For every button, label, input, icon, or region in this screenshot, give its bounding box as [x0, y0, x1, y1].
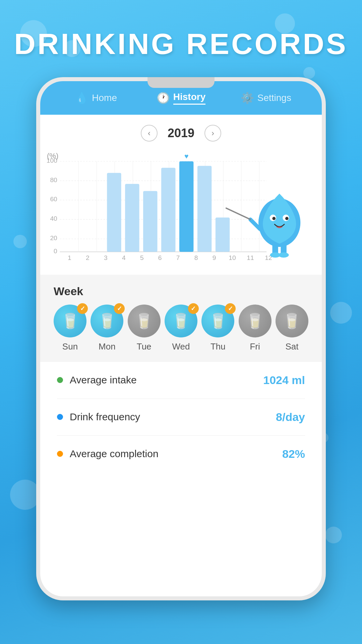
history-icon: 🕐 — [157, 92, 170, 104]
svg-text:60: 60 — [50, 196, 57, 203]
day-circle-fri: 🥛 — [239, 305, 272, 337]
year-selector: ‹ 2019 › — [40, 115, 322, 148]
week-section: Week 🥛 ✓ Sun 🥛 ✓ Mon — [40, 275, 322, 362]
checkmark-wed: ✓ — [188, 303, 199, 314]
svg-text:0: 0 — [54, 248, 57, 255]
title-section: DRINKING RECORDS — [0, 0, 362, 74]
phone-inner: 💧 Home 🕐 History ⚙️ Settings ‹ 2019 › (%… — [40, 81, 322, 596]
stat-avg-completion-value: 82% — [282, 447, 305, 461]
nav-history[interactable]: 🕐 History — [138, 92, 223, 105]
svg-text:8: 8 — [194, 254, 198, 261]
day-label-sat: Sat — [285, 341, 298, 352]
day-circle-sat: 🥛 — [276, 305, 308, 337]
nav-settings[interactable]: ⚙️ Settings — [224, 92, 308, 104]
day-label-wed: Wed — [172, 341, 190, 352]
svg-text:9: 9 — [213, 254, 216, 261]
day-sun: 🥛 ✓ Sun — [54, 305, 86, 352]
day-label-thu: Thu — [210, 341, 226, 352]
day-label-fri: Fri — [250, 341, 260, 352]
prev-year-button[interactable]: ‹ — [141, 125, 158, 142]
chart-y-label: (%) — [47, 152, 58, 160]
stat-drink-freq-label: Drink frequency — [70, 411, 140, 423]
svg-text:4: 4 — [122, 254, 126, 261]
day-label-mon: Mon — [99, 341, 116, 352]
phone-frame: 💧 Home 🕐 History ⚙️ Settings ‹ 2019 › (%… — [36, 77, 326, 600]
day-circle-thu: 🥛 ✓ — [201, 305, 234, 337]
svg-text:♥: ♥ — [184, 152, 189, 160]
day-circle-wed: 🥛 ✓ — [165, 305, 197, 337]
svg-text:20: 20 — [50, 234, 57, 241]
svg-text:2: 2 — [86, 254, 89, 261]
svg-text:1: 1 — [68, 254, 71, 261]
svg-rect-26 — [161, 168, 175, 252]
day-circle-mon: 🥛 ✓ — [90, 305, 123, 337]
svg-rect-27 — [179, 161, 193, 252]
nav-home-label: Home — [92, 93, 117, 103]
home-icon: 💧 — [75, 92, 88, 104]
svg-point-46 — [272, 217, 276, 220]
dot-drink-freq — [57, 414, 63, 420]
week-days: 🥛 ✓ Sun 🥛 ✓ Mon 🥛 — [54, 305, 308, 352]
svg-text:80: 80 — [50, 176, 57, 183]
svg-text:40: 40 — [50, 215, 57, 222]
nav-settings-label: Settings — [257, 93, 291, 103]
svg-text:5: 5 — [140, 254, 144, 261]
settings-icon: ⚙️ — [241, 92, 254, 104]
dot-avg-intake — [57, 377, 63, 383]
day-fri: 🥛 Fri — [239, 305, 272, 352]
chart-container: (%) 100 80 60 40 20 0 — [40, 148, 322, 275]
day-wed: 🥛 ✓ Wed — [165, 305, 197, 352]
day-circle-tue: 🥛 — [128, 305, 161, 337]
stat-drink-freq-value: 8/day — [276, 411, 305, 424]
nav-home[interactable]: 💧 Home — [54, 92, 138, 104]
checkmark-sun: ✓ — [77, 303, 88, 314]
svg-text:10: 10 — [229, 254, 236, 261]
day-mon: 🥛 ✓ Mon — [90, 305, 123, 352]
svg-rect-24 — [125, 184, 139, 252]
svg-rect-23 — [107, 173, 121, 252]
svg-point-53 — [279, 253, 289, 258]
day-thu: 🥛 ✓ Thu — [201, 305, 234, 352]
svg-point-47 — [285, 217, 289, 220]
bar-chart: 100 80 60 40 20 0 — [47, 152, 312, 268]
phone-notch — [147, 77, 215, 88]
svg-text:7: 7 — [176, 254, 180, 261]
day-tue: 🥛 Tue — [128, 305, 161, 352]
year-display: 2019 — [168, 126, 194, 140]
day-sat: 🥛 Sat — [276, 305, 308, 352]
page-title: DRINKING RECORDS — [0, 27, 362, 61]
day-circle-sun: 🥛 ✓ — [54, 305, 86, 337]
svg-rect-30 — [216, 218, 230, 252]
stat-avg-completion: Average completion 82% — [57, 436, 305, 472]
day-label-tue: Tue — [137, 341, 152, 352]
stat-avg-intake: Average intake 1024 ml — [57, 362, 305, 399]
next-year-button[interactable]: › — [204, 125, 221, 142]
dot-avg-completion — [57, 451, 63, 457]
checkmark-mon: ✓ — [114, 303, 125, 314]
week-title: Week — [54, 285, 308, 298]
svg-rect-25 — [143, 191, 157, 252]
stat-drink-freq: Drink frequency 8/day — [57, 399, 305, 436]
checkmark-thu: ✓ — [225, 303, 236, 314]
stat-avg-intake-label: Average intake — [70, 374, 137, 386]
svg-rect-29 — [197, 166, 212, 252]
svg-text:6: 6 — [158, 254, 162, 261]
svg-line-49 — [226, 208, 250, 220]
stats-section: Average intake 1024 ml Drink frequency 8… — [40, 362, 322, 472]
svg-text:11: 11 — [247, 254, 254, 261]
stat-avg-completion-label: Average completion — [70, 448, 159, 460]
nav-history-label: History — [173, 92, 205, 105]
stat-avg-intake-value: 1024 ml — [263, 374, 305, 387]
svg-text:3: 3 — [104, 254, 108, 261]
day-label-sun: Sun — [62, 341, 78, 352]
